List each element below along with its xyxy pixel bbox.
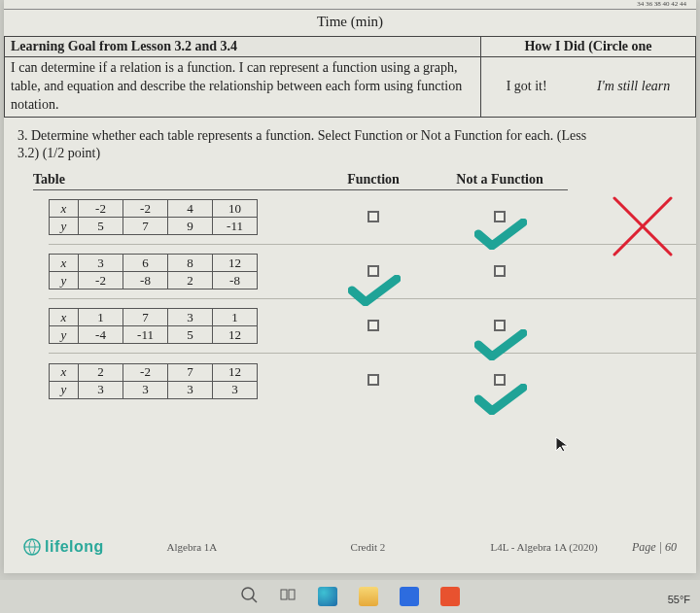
worksheet-page: 34 36 38 40 42 44 Time (min) Learning Go… (4, 0, 696, 573)
table-rows: x-2-2410 y579-11 x36812 y-2-82-8 (4, 190, 696, 408)
how-i-did-header: How I Did (Circle one (481, 37, 695, 57)
data-table-2: x36812 y-2-82-8 (49, 254, 258, 289)
search-icon[interactable] (240, 586, 258, 607)
col-not-function: Not a Function (432, 172, 568, 190)
checkmark-icon (474, 384, 527, 415)
learning-goal-box: Learning Goal from Lesson 3.2 and 3.4 I … (4, 36, 696, 118)
col-function: Function (315, 172, 432, 190)
footer-page: Page | 60 (632, 540, 677, 555)
option-still-learning[interactable]: I'm still learn (597, 79, 670, 94)
checkbox-function[interactable] (368, 374, 379, 386)
footer-course: Algebra 1A (104, 541, 280, 553)
footer-credit: Credit 2 (280, 541, 456, 553)
checkbox-function[interactable] (368, 320, 379, 331)
office-icon[interactable] (440, 587, 460, 606)
weather-temp[interactable]: 55°F (668, 594, 690, 605)
goal-body: I can determine if a relation is a funct… (5, 57, 480, 117)
footer-title: L4L - Algebra 1A (2020) (456, 541, 632, 553)
page-footer: lifelong Algebra 1A Credit 2 L4L - Algeb… (4, 538, 696, 556)
checkbox-not-function[interactable] (494, 265, 506, 277)
globe-icon (23, 538, 41, 556)
table-row: x-2-2410 y579-11 (49, 190, 696, 245)
data-table-3: x1731 y-4-11512 (49, 308, 258, 344)
svg-rect-3 (281, 590, 287, 599)
col-table: Table (33, 172, 315, 190)
svg-line-2 (252, 597, 257, 602)
edge-icon[interactable] (318, 587, 337, 606)
time-axis-label: Time (min) (4, 10, 696, 36)
option-got-it[interactable]: I got it! (507, 79, 547, 94)
brand-logo: lifelong (23, 538, 104, 556)
table-row: x36812 y-2-82-8 (49, 245, 696, 299)
store-icon[interactable] (400, 587, 419, 606)
windows-taskbar[interactable]: 55°F (0, 580, 700, 613)
ruler-marks: 34 36 38 40 42 44 (4, 0, 696, 10)
data-table-1: x-2-2410 y579-11 (49, 199, 258, 235)
column-headers: Table Function Not a Function (4, 166, 696, 190)
task-view-icon[interactable] (279, 586, 297, 607)
checkbox-function[interactable] (368, 211, 379, 222)
cursor-icon (554, 435, 572, 457)
question-text: 3. Determine whether each table represen… (4, 118, 696, 166)
file-explorer-icon[interactable] (359, 587, 378, 606)
data-table-4: x2-2712 y3333 (49, 363, 258, 399)
table-row: x2-2712 y3333 (49, 354, 696, 408)
table-row: x1731 y-4-11512 (49, 299, 696, 354)
red-x-mark (609, 192, 677, 260)
svg-rect-4 (289, 590, 295, 599)
goal-header: Learning Goal from Lesson 3.2 and 3.4 (5, 37, 480, 57)
